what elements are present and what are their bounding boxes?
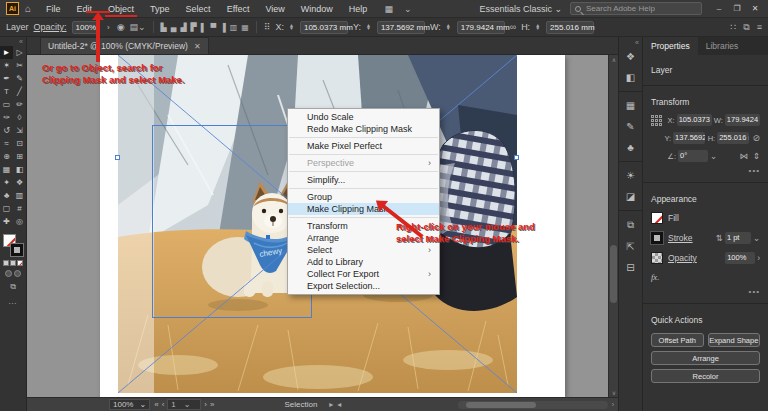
stroke-panel-icon[interactable]: ☀ (619, 161, 642, 186)
snap-options-icon[interactable]: ∷ (731, 22, 737, 32)
constrain-proportions-icon[interactable]: ⊘ (752, 133, 760, 143)
hand-tool[interactable]: ✚ (0, 215, 13, 228)
reference-point-grid[interactable] (651, 115, 662, 126)
layers-icon[interactable]: ⧉ (619, 210, 642, 236)
swatches-icon[interactable]: ❖ (619, 46, 642, 67)
close-tab-icon[interactable]: ✕ (194, 42, 201, 51)
ctx-perspective[interactable]: Perspective › (288, 157, 439, 169)
context-menu-item[interactable] (289, 171, 438, 172)
next-artboard-button[interactable]: › (204, 400, 207, 409)
curvature-tool[interactable]: ✎ (13, 72, 26, 85)
opacity-label[interactable]: Opacity: (34, 22, 67, 32)
document-tab[interactable]: Untitled-2* @ 100% (CMYK/Preview) ✕ (40, 37, 209, 54)
expand-shape-button[interactable]: Expand Shape (708, 333, 761, 347)
draw-normal-icon[interactable] (5, 270, 12, 277)
scroll-right-icon[interactable]: › (612, 401, 614, 408)
chevron-down-icon[interactable]: ⌄ (710, 151, 717, 161)
previous-artboard-button[interactable]: ‹ (162, 400, 165, 409)
rotate-tool[interactable]: ↺ (0, 124, 13, 137)
distribute-right-icon[interactable]: ▦ (241, 23, 249, 32)
y-stepper[interactable]: ▲▼ (366, 24, 371, 30)
x-stepper[interactable]: ▲▼ (289, 24, 294, 30)
ctx-undo-scale[interactable]: Undo Scale (288, 111, 439, 123)
align-top-icon[interactable]: ▛ (191, 23, 197, 32)
menu-file[interactable]: File (39, 2, 68, 16)
tab-libraries[interactable]: Libraries (698, 37, 747, 55)
artboard-tool[interactable]: ▢ (0, 202, 13, 215)
align-bottom-icon[interactable]: ▀ (210, 23, 216, 32)
ctx-redo-make-clipping-mask[interactable]: Redo Make Clipping Mask (288, 123, 439, 135)
type-tool[interactable]: T (0, 85, 13, 98)
pattern-options-icon[interactable]: ▦ (619, 91, 642, 116)
zoom-tool[interactable]: ◎ (13, 215, 26, 228)
menu-window[interactable]: Window (294, 2, 340, 16)
first-artboard-button[interactable]: « (154, 400, 158, 409)
menu-select[interactable]: Select (179, 2, 218, 16)
stroke-weight-field[interactable]: 1 pt (725, 232, 751, 244)
export-icon[interactable]: ⇱ (619, 236, 642, 257)
menu-help[interactable]: Help (342, 2, 375, 16)
align-left-icon[interactable]: ▙ (161, 23, 167, 32)
search-input[interactable] (584, 3, 697, 14)
artboards-icon[interactable]: ⊟ (619, 257, 642, 278)
width-tool[interactable]: ≈ (0, 137, 13, 150)
context-menu-item[interactable] (289, 188, 438, 189)
color-button[interactable] (3, 260, 9, 266)
stroke-label[interactable]: Stroke (668, 233, 693, 243)
selection-tool[interactable]: ► (0, 46, 13, 59)
mesh-tool[interactable]: ▦ (0, 163, 13, 176)
distribute-left-icon[interactable]: ▐ (220, 23, 226, 32)
offset-path-button[interactable]: Offset Path (651, 333, 704, 347)
chevron-down-icon[interactable]: ⌄ (753, 233, 760, 243)
close-button[interactable]: ✕ (746, 2, 764, 15)
selection-handle[interactable] (514, 155, 519, 160)
y-field[interactable]: 137.5692 mm (673, 132, 705, 144)
reference-point-grid-icon[interactable]: ⠿ (264, 22, 271, 32)
scroll-down-icon[interactable]: ∨ (609, 389, 619, 396)
rotate-field[interactable]: 0° (678, 150, 708, 162)
magic-wand-tool[interactable]: ✶ (0, 59, 13, 72)
screen-mode-icon[interactable]: ⧉ (10, 282, 16, 292)
line-segment-tool[interactable]: ╱ (13, 85, 26, 98)
blend-tool[interactable]: ❖ (13, 176, 26, 189)
vertical-scroll-thumb[interactable] (610, 245, 617, 303)
eyedropper-tool[interactable]: ✦ (0, 176, 13, 189)
h-field[interactable]: 255.016 mm (546, 21, 594, 34)
symbol-sprayer-tool[interactable]: ♣ (0, 189, 13, 202)
vertical-scrollbar[interactable]: ∧ ∨ (608, 55, 618, 397)
gradient-button[interactable] (10, 260, 16, 266)
lasso-tool[interactable]: ✂ (13, 59, 26, 72)
ctx-make-pixel-perfect[interactable]: Make Pixel Perfect (288, 140, 439, 152)
y-field[interactable]: 137.5692 mm (377, 21, 425, 34)
context-menu-item[interactable] (289, 137, 438, 138)
h-stepper[interactable]: ▲▼ (535, 24, 540, 30)
flip-vertical-icon[interactable]: ⇕ (753, 151, 760, 161)
perspective-grid-tool[interactable]: ⊞ (13, 150, 26, 163)
ctx-collect-for-export[interactable]: Collect For Export › (288, 268, 439, 280)
ctx-export-selection[interactable]: Export Selection... (288, 280, 439, 292)
stroke-stepper-icon[interactable]: ⇅ (716, 233, 723, 243)
workspace-grid-icon[interactable]: ▦ (384, 4, 394, 14)
scroll-up-icon[interactable]: ∧ (609, 56, 619, 63)
w-stepper[interactable]: ▲▼ (446, 24, 451, 30)
ctx-group[interactable]: Group (288, 191, 439, 203)
presets-icon[interactable]: ▤⌄ (130, 22, 146, 32)
align-middle-icon[interactable]: ▌ (201, 23, 207, 32)
x-field[interactable]: 105.0373 mm (677, 114, 712, 126)
transparency-icon[interactable]: ◪ (619, 186, 642, 207)
menu-view[interactable]: View (258, 2, 291, 16)
gradient-icon[interactable]: ◧ (619, 67, 642, 88)
paintbrush-tool[interactable]: ✏ (13, 98, 26, 111)
fill-swatch[interactable] (651, 212, 663, 224)
symbols-icon[interactable]: ♣ (619, 137, 642, 158)
context-menu-item[interactable] (289, 154, 438, 155)
menu-object[interactable]: Object (101, 2, 141, 16)
selection-handle[interactable] (115, 155, 120, 160)
menu-type[interactable]: Type (143, 2, 177, 16)
slice-tool[interactable]: # (13, 202, 26, 215)
panel-menu-icon[interactable]: ≡ (757, 22, 762, 32)
fx-label[interactable]: fx. (651, 272, 760, 282)
opacity-label[interactable]: Opacity (668, 253, 697, 263)
ctx-select[interactable]: Select › (288, 244, 439, 256)
shape-builder-tool[interactable]: ⊕ (0, 150, 13, 163)
